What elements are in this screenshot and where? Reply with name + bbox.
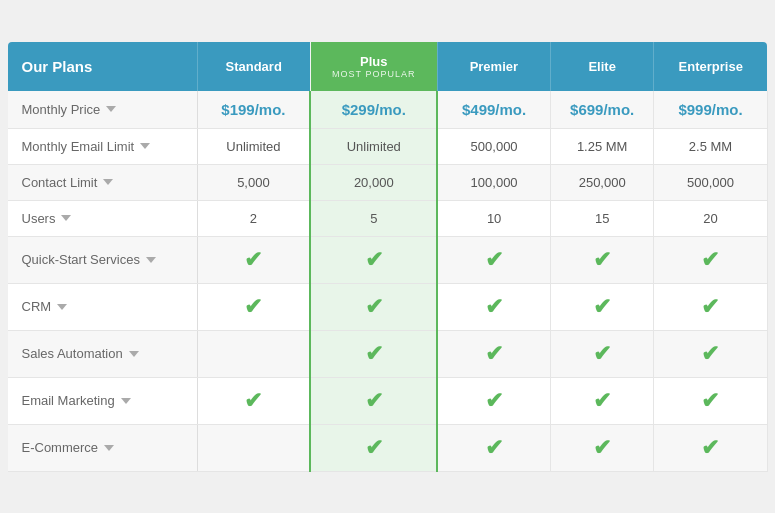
cell-value: 2 xyxy=(250,211,257,226)
row-label-text: Contact Limit xyxy=(22,175,98,190)
row-label-text: Monthly Price xyxy=(22,102,101,117)
dropdown-arrow-icon[interactable] xyxy=(121,398,131,404)
col-header-elite: Elite xyxy=(550,42,654,91)
cell-value: Unlimited xyxy=(226,139,280,154)
row-label-text: Sales Automation xyxy=(22,346,123,361)
dropdown-arrow-icon[interactable] xyxy=(146,257,156,263)
checkmark-icon: ✔ xyxy=(593,294,611,320)
row-label-text: Email Marketing xyxy=(22,393,115,408)
cell-enterprise: $999/mo. xyxy=(654,91,767,129)
cell-standard: ✔ xyxy=(197,236,310,283)
cell-value: 20,000 xyxy=(354,175,394,190)
cell-plus: ✔ xyxy=(310,330,437,377)
dropdown-arrow-icon[interactable] xyxy=(57,304,67,310)
row-label-cell: Sales Automation xyxy=(8,330,198,377)
row-label-cell: Contact Limit xyxy=(8,164,198,200)
cell-enterprise: 500,000 xyxy=(654,164,767,200)
row-label-text: CRM xyxy=(22,299,52,314)
checkmark-icon: ✔ xyxy=(485,435,503,461)
checkmark-icon: ✔ xyxy=(365,247,383,273)
table-row: Users 25101520 xyxy=(8,200,768,236)
cell-premier: $499/mo. xyxy=(437,91,550,129)
pricing-table: Our Plans Standard Plus MOST POPULAR Pre… xyxy=(8,42,768,472)
checkmark-icon: ✔ xyxy=(485,247,503,273)
cell-value: 15 xyxy=(595,211,609,226)
dropdown-arrow-icon[interactable] xyxy=(103,179,113,185)
table-row: Email Marketing ✔✔✔✔✔ xyxy=(8,377,768,424)
row-label-cell: Email Marketing xyxy=(8,377,198,424)
cell-value: 500,000 xyxy=(687,175,734,190)
checkmark-icon: ✔ xyxy=(365,341,383,367)
checkmark-icon: ✔ xyxy=(701,341,719,367)
cell-enterprise: ✔ xyxy=(654,377,767,424)
cell-enterprise: ✔ xyxy=(654,330,767,377)
cell-elite: 250,000 xyxy=(550,164,654,200)
cell-elite: ✔ xyxy=(550,330,654,377)
cell-enterprise: 20 xyxy=(654,200,767,236)
row-label-text: Users xyxy=(22,211,56,226)
cell-value: 500,000 xyxy=(471,139,518,154)
price-value: $699/mo. xyxy=(570,101,634,118)
cell-plus: $299/mo. xyxy=(310,91,437,129)
cell-elite: ✔ xyxy=(550,236,654,283)
table-row: Monthly Email Limit UnlimitedUnlimited50… xyxy=(8,128,768,164)
cell-value: 10 xyxy=(487,211,501,226)
col-header-premier: Premier xyxy=(437,42,550,91)
cell-elite: 1.25 MM xyxy=(550,128,654,164)
checkmark-icon: ✔ xyxy=(244,247,262,273)
col-header-enterprise: Enterprise xyxy=(654,42,767,91)
checkmark-icon: ✔ xyxy=(365,435,383,461)
cell-standard: ✔ xyxy=(197,377,310,424)
dropdown-arrow-icon[interactable] xyxy=(61,215,71,221)
table-row: CRM ✔✔✔✔✔ xyxy=(8,283,768,330)
cell-premier: ✔ xyxy=(437,377,550,424)
checkmark-icon: ✔ xyxy=(485,341,503,367)
cell-standard: 2 xyxy=(197,200,310,236)
row-label-text: Quick-Start Services xyxy=(22,252,140,267)
col-header-plus: Plus MOST POPULAR xyxy=(310,42,437,91)
checkmark-icon: ✔ xyxy=(244,294,262,320)
cell-elite: ✔ xyxy=(550,424,654,471)
cell-plus: ✔ xyxy=(310,424,437,471)
col-header-plans: Our Plans xyxy=(8,42,198,91)
col-header-standard: Standard xyxy=(197,42,310,91)
price-value: $999/mo. xyxy=(678,101,742,118)
row-label-cell: Quick-Start Services xyxy=(8,236,198,283)
cell-elite: $699/mo. xyxy=(550,91,654,129)
table-row: Quick-Start Services ✔✔✔✔✔ xyxy=(8,236,768,283)
cell-standard: 5,000 xyxy=(197,164,310,200)
cell-premier: ✔ xyxy=(437,283,550,330)
checkmark-icon: ✔ xyxy=(365,388,383,414)
checkmark-icon: ✔ xyxy=(701,247,719,273)
price-value: $199/mo. xyxy=(221,101,285,118)
row-label-cell: Monthly Price xyxy=(8,91,198,129)
table-row: Monthly Price $199/mo.$299/mo.$499/mo.$6… xyxy=(8,91,768,129)
cell-value: 2.5 MM xyxy=(689,139,732,154)
cell-enterprise: ✔ xyxy=(654,424,767,471)
cell-value: Unlimited xyxy=(347,139,401,154)
cell-elite: ✔ xyxy=(550,283,654,330)
cell-enterprise: 2.5 MM xyxy=(654,128,767,164)
table-row: Contact Limit 5,00020,000100,000250,0005… xyxy=(8,164,768,200)
checkmark-icon: ✔ xyxy=(593,435,611,461)
checkmark-icon: ✔ xyxy=(701,435,719,461)
dropdown-arrow-icon[interactable] xyxy=(106,106,116,112)
dropdown-arrow-icon[interactable] xyxy=(140,143,150,149)
plus-label: Plus xyxy=(360,54,387,69)
dropdown-arrow-icon[interactable] xyxy=(129,351,139,357)
cell-standard xyxy=(197,424,310,471)
plus-sublabel: MOST POPULAR xyxy=(319,69,429,79)
cell-premier: 10 xyxy=(437,200,550,236)
dropdown-arrow-icon[interactable] xyxy=(104,445,114,451)
cell-enterprise: ✔ xyxy=(654,236,767,283)
cell-premier: 500,000 xyxy=(437,128,550,164)
cell-standard: $199/mo. xyxy=(197,91,310,129)
row-label-cell: CRM xyxy=(8,283,198,330)
cell-plus: 5 xyxy=(310,200,437,236)
cell-elite: 15 xyxy=(550,200,654,236)
checkmark-icon: ✔ xyxy=(701,388,719,414)
table-row: E-Commerce ✔✔✔✔ xyxy=(8,424,768,471)
price-value: $499/mo. xyxy=(462,101,526,118)
cell-plus: 20,000 xyxy=(310,164,437,200)
cell-value: 20 xyxy=(703,211,717,226)
